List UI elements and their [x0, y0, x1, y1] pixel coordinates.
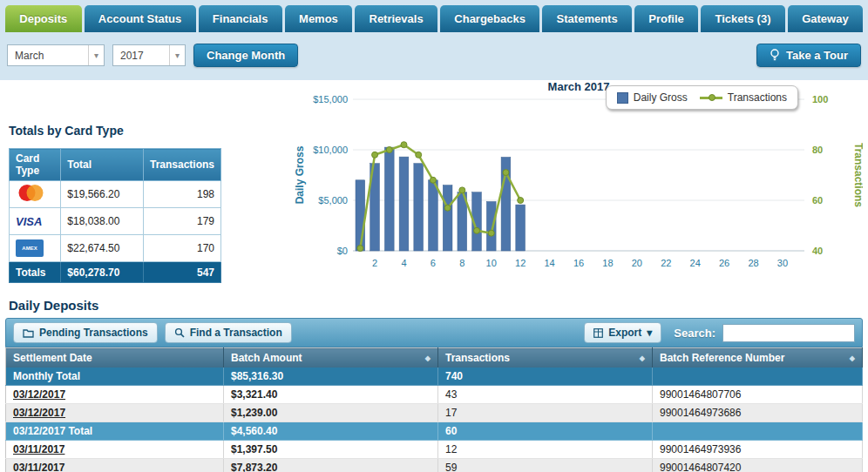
lightbulb-icon [770, 49, 780, 62]
deposits-toolbar: Pending Transactions Find a Transaction … [5, 318, 863, 347]
export-button[interactable]: Export ▾ [584, 322, 661, 343]
take-a-tour-button[interactable]: Take a Tour [756, 44, 861, 67]
tab-tickets[interactable]: Tickets (3) [701, 5, 785, 32]
month-select[interactable]: March ▾ [7, 44, 105, 66]
col-transactions-label: Transactions [445, 352, 510, 364]
col-batch-reference[interactable]: Batch Reference Number ◆ [653, 348, 863, 367]
svg-text:Daily Gross: Daily Gross [294, 145, 306, 204]
totals-amount: $60,278.70 [61, 262, 144, 283]
pending-transactions-button[interactable]: Pending Transactions [13, 322, 158, 343]
tab-statements[interactable]: Statements [542, 5, 632, 32]
day-total-ref [653, 422, 863, 441]
tab-deposits[interactable]: Deposits [5, 5, 82, 32]
tab-financials[interactable]: Financials [199, 5, 282, 32]
col-batch-amount-label: Batch Amount [231, 352, 302, 364]
sort-icon[interactable]: ◆ [425, 354, 431, 362]
col-batch-amount[interactable]: Batch Amount ◆ [224, 348, 438, 367]
table-header-row: Card Type Total Transactions [10, 149, 221, 181]
col-transactions[interactable]: Transactions ◆ [438, 348, 653, 367]
svg-text:60: 60 [812, 195, 823, 206]
col-batch-reference-label: Batch Reference Number [660, 352, 784, 364]
month-select-value: March [15, 50, 44, 62]
batch-ref-cell: 99001464807420 [653, 459, 863, 472]
year-select-value: 2017 [120, 50, 144, 62]
year-select[interactable]: 2017 ▾ [112, 44, 186, 66]
svg-text:100: 100 [812, 94, 828, 105]
monthly-total-row: Monthly Total $85,316.30 740 [6, 367, 863, 386]
search-label: Search: [674, 327, 715, 340]
transactions-cell: 17 [438, 404, 653, 422]
table-row: 03/11/2017 $1,397.50 12 99001464973936 [6, 441, 863, 459]
search-icon [174, 327, 185, 338]
totals-row: Totals $60,278.70 547 [10, 262, 221, 283]
find-transaction-label: Find a Transaction [190, 327, 282, 339]
col-transactions: Transactions [143, 149, 220, 181]
svg-text:40: 40 [812, 246, 823, 256]
card-type-table: Card Type Total Transactions $19,566.20 … [9, 148, 221, 283]
search-input[interactable] [722, 324, 855, 342]
svg-text:20: 20 [632, 258, 642, 268]
day-total-row: 03/12/2017 Total $4,560.40 60 [6, 422, 863, 441]
transactions-cell: 43 [438, 386, 653, 404]
settlement-date-link[interactable]: 03/12/2017 [13, 407, 65, 419]
svg-text:16: 16 [573, 258, 584, 268]
chart-legend: Daily Gross Transactions [606, 85, 798, 110]
pending-transactions-label: Pending Transactions [39, 327, 148, 339]
legend-daily-gross-label: Daily Gross [634, 91, 688, 104]
svg-text:Transactions: Transactions [852, 143, 863, 207]
totals-label: Totals [10, 262, 61, 283]
tab-account-status[interactable]: Account Status [85, 5, 196, 32]
top-band: Deposits Account Status Financials Memos… [0, 0, 868, 80]
batch-amount-cell: $1,239.00 [224, 404, 438, 422]
transactions-cell: 198 [143, 181, 220, 208]
day-total-label: 03/12/2017 Total [6, 422, 224, 441]
svg-text:28: 28 [748, 258, 758, 268]
batch-amount-cell: $1,397.50 [224, 441, 438, 459]
table-row: 03/12/2017 $1,239.00 17 99001464973686 [6, 404, 863, 422]
sort-icon[interactable]: ◆ [640, 354, 645, 362]
svg-text:24: 24 [690, 258, 701, 268]
export-label: Export [608, 327, 641, 339]
chevron-down-icon: ▾ [647, 327, 652, 339]
svg-text:$15,000: $15,000 [313, 94, 348, 105]
find-transaction-button[interactable]: Find a Transaction [165, 322, 292, 343]
sort-icon[interactable]: ◆ [850, 354, 855, 362]
settlement-date-link[interactable]: 03/12/2017 [13, 388, 65, 401]
svg-text:18: 18 [602, 258, 613, 268]
daily-deposits-section: Daily Deposits Pending Transactions Find… [0, 291, 868, 472]
amex-icon: AMEX [16, 239, 44, 257]
svg-text:4: 4 [401, 258, 406, 268]
table-row: VISA $18,038.00 179 [10, 208, 221, 235]
col-card-type: Card Type [10, 149, 61, 181]
tab-chargebacks[interactable]: Chargebacks [440, 5, 539, 32]
transactions-cell: 59 [438, 459, 653, 472]
svg-text:$10,000: $10,000 [313, 145, 348, 155]
settlement-date-link[interactable]: 03/11/2017 [13, 462, 64, 472]
card-cell: VISA [10, 208, 61, 235]
batch-amount-cell: $3,321.40 [224, 386, 438, 404]
card-totals-title: Totals by Card Type [9, 124, 283, 138]
folder-icon [23, 328, 34, 338]
tab-profile[interactable]: Profile [634, 5, 698, 32]
svg-text:26: 26 [719, 258, 729, 268]
tab-memos[interactable]: Memos [285, 5, 352, 32]
svg-text:2: 2 [372, 258, 377, 268]
daily-deposits-title: Daily Deposits [9, 298, 863, 313]
chevron-down-icon: ▾ [88, 45, 104, 65]
svg-text:$5,000: $5,000 [318, 195, 348, 206]
col-settlement-date[interactable]: Settlement Date [6, 348, 224, 367]
svg-text:22: 22 [661, 258, 671, 268]
tab-retrievals[interactable]: Retrievals [355, 5, 437, 32]
settlement-date-link[interactable]: 03/11/2017 [13, 443, 64, 455]
monthly-total-ref [653, 367, 863, 386]
tab-gateway[interactable]: Gateway [788, 5, 863, 32]
card-cell [10, 181, 61, 208]
table-header-row: Settlement Date Batch Amount ◆ Transacti… [6, 348, 863, 367]
svg-text:14: 14 [544, 258, 554, 268]
total-cell: $19,566.20 [61, 181, 144, 208]
svg-text:March 2017: March 2017 [548, 80, 610, 93]
day-total-amount: $4,560.40 [224, 422, 438, 441]
change-month-button[interactable]: Change Month [193, 44, 298, 67]
legend-daily-gross: Daily Gross [617, 91, 688, 104]
day-total-transactions: 60 [438, 422, 653, 441]
